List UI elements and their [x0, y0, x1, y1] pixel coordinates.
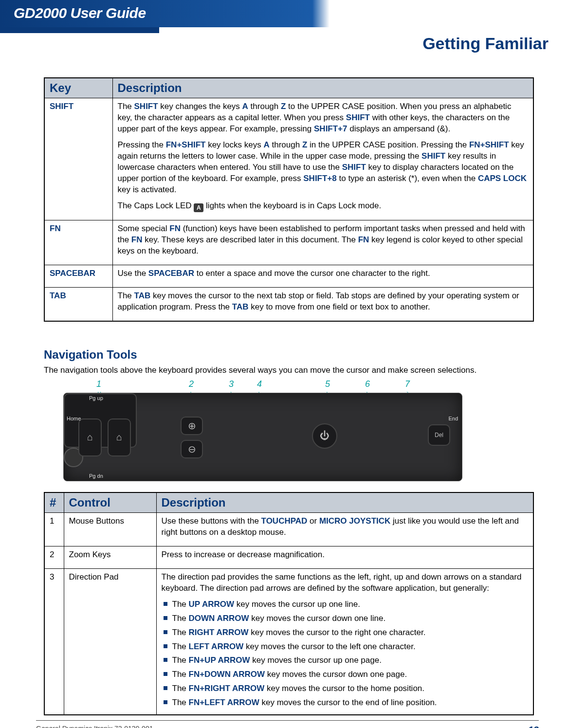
- nav-control-cell: Mouse Buttons: [64, 513, 156, 546]
- nav-num-cell: 3: [44, 568, 64, 715]
- power-button-icon: ⏻: [312, 423, 337, 449]
- list-item: The FN+LEFT ARROW key moves the cursor t…: [164, 697, 529, 709]
- key-cell: TAB: [44, 287, 112, 321]
- table-row: 1Mouse ButtonsUse these buttons with the…: [44, 513, 533, 546]
- callout-1: 1: [96, 379, 101, 389]
- nav-intro: The navigation tools above the keyboard …: [44, 365, 534, 375]
- nav-desc-cell: The direction pad provides the same func…: [156, 568, 533, 715]
- table-row: 2Zoom KeysPress to increase or decrease …: [44, 546, 533, 568]
- footer-text: General Dynamics Itronix 72-0139-001: [36, 725, 153, 728]
- nav-num-header: #: [44, 492, 64, 513]
- mouse-button-left-icon: ⌂: [78, 419, 102, 456]
- key-description-table: Key Description SHIFTThe SHIFT key chang…: [44, 77, 534, 322]
- header-bar: GD2000 User Guide: [0, 0, 568, 27]
- callout-3: 3: [229, 379, 234, 389]
- mouse-button-right-icon: ⌂: [108, 419, 131, 456]
- callout-2: 2: [189, 379, 194, 389]
- nav-control-cell: Zoom Keys: [64, 546, 156, 568]
- nav-table: # Control Description 1Mouse ButtonsUse …: [44, 492, 534, 716]
- callout-6: 6: [365, 379, 370, 389]
- callout-7: 7: [405, 379, 410, 389]
- nav-num-cell: 1: [44, 513, 64, 546]
- nav-control-header: Control: [64, 492, 156, 513]
- dpad-pgdn: Pg dn: [89, 473, 103, 479]
- key-cell: SPACEBAR: [44, 265, 112, 287]
- zoom-out-icon: ⊖: [181, 440, 203, 458]
- list-item: The FN+DOWN ARROW key moves the cursor d…: [164, 669, 529, 680]
- desc-cell: The TAB key moves the cursor to the next…: [112, 287, 533, 321]
- table-row: FNSome special FN (function) keys have b…: [44, 220, 533, 265]
- nav-desc-cell: Use these buttons with the TOUCHPAD or M…: [156, 513, 533, 546]
- key-cell: SHIFT: [44, 98, 112, 220]
- dpad-home: Home: [67, 416, 81, 421]
- table-row: SPACEBARUse the SPACEBAR to enter a spac…: [44, 265, 533, 287]
- zoom-in-icon: ⊕: [181, 417, 203, 435]
- list-item: The LEFT ARROW key moves the cursor to t…: [164, 641, 529, 653]
- nav-control-cell: Direction Pad: [64, 568, 156, 715]
- desc-cell: Use the SPACEBAR to enter a space and mo…: [112, 265, 533, 287]
- del-button-icon: Del: [428, 424, 450, 446]
- callout-5: 5: [325, 379, 330, 389]
- table-row: SHIFTThe SHIFT key changes the keys A th…: [44, 98, 533, 220]
- nav-num-cell: 2: [44, 546, 64, 568]
- key-cell: FN: [44, 220, 112, 265]
- list-item: The FN+UP ARROW key moves the cursor up …: [164, 655, 529, 666]
- bullet-list: The UP ARROW key moves the cursor up one…: [164, 599, 529, 709]
- doc-title: GD2000 User Guide: [0, 0, 568, 21]
- desc-cell: Some special FN (function) keys have bee…: [112, 220, 533, 265]
- nav-heading: Navigation Tools: [44, 348, 534, 362]
- list-item: The FN+RIGHT ARROW key moves the cursor …: [164, 683, 529, 694]
- dpad-end: End: [448, 416, 458, 421]
- table-row: TABThe TAB key moves the cursor to the n…: [44, 287, 533, 321]
- page-number: 12: [528, 725, 539, 728]
- caps-lock-icon: A: [194, 203, 203, 212]
- desc-header: Description: [112, 78, 533, 98]
- list-item: The UP ARROW key moves the cursor up one…: [164, 599, 529, 610]
- dpad-pgup: Pg up: [89, 395, 103, 401]
- device-strip: ⌂ ⌂ ⊕ ⊖ Pg up Pg dn Home End ⏻ Del: [63, 393, 462, 481]
- footer: General Dynamics Itronix 72-0139-001 12: [36, 720, 539, 728]
- nav-desc-cell: Press to increase or decrease magnificat…: [156, 546, 533, 568]
- list-item: The RIGHT ARROW key moves the cursor to …: [164, 627, 529, 638]
- nav-desc-header: Description: [156, 492, 533, 513]
- key-header: Key: [44, 78, 112, 98]
- nav-diagram: 1 2 3 4 5 6 7 ⌂: [63, 379, 462, 481]
- desc-cell: The SHIFT key changes the keys A through…: [112, 98, 533, 220]
- list-item: The DOWN ARROW key moves the cursor down…: [164, 613, 529, 624]
- table-row: 3Direction PadThe direction pad provides…: [44, 568, 533, 715]
- callout-4: 4: [257, 379, 262, 389]
